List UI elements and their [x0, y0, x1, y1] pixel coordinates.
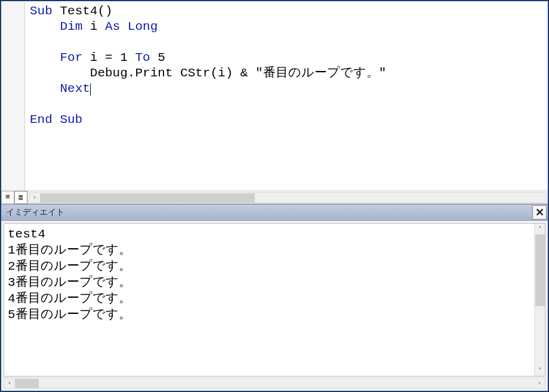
scroll-right-icon[interactable]: › — [534, 378, 545, 388]
code-content[interactable]: Sub Test4() Dim i As Long For i = 1 To 5… — [25, 1, 548, 190]
immediate-hscroll-thumb[interactable] — [15, 379, 39, 388]
scroll-down-icon[interactable]: ˅ — [535, 365, 545, 376]
code-editor-pane: Sub Test4() Dim i As Long For i = 1 To 5… — [1, 1, 548, 204]
immediate-horizontal-scrollbar[interactable]: ‹ › — [4, 378, 545, 388]
scroll-up-icon[interactable]: ˄ — [535, 224, 545, 234]
code-bottom-bar: ≡ ≣ ‹ — [1, 190, 548, 203]
scroll-left-icon[interactable]: ‹ — [4, 378, 15, 388]
scroll-left-icon[interactable]: ‹ — [29, 192, 40, 203]
code-hscroll-thumb[interactable] — [40, 193, 255, 203]
immediate-window-pane: test4 1番目のループです。 2番目のループです。 3番目のループです。 4… — [1, 221, 548, 391]
close-icon: ✕ — [535, 206, 544, 219]
vscroll-thumb[interactable] — [535, 234, 545, 306]
immediate-output[interactable]: test4 1番目のループです。 2番目のループです。 3番目のループです。 4… — [4, 224, 534, 376]
immediate-window-titlebar: イミディエイト ✕ — [1, 204, 548, 221]
close-button[interactable]: ✕ — [532, 205, 547, 220]
procedure-view-button[interactable]: ≡ — [1, 191, 14, 204]
code-area[interactable]: Sub Test4() Dim i As Long For i = 1 To 5… — [1, 1, 548, 190]
full-module-view-button[interactable]: ≣ — [14, 191, 27, 204]
immediate-window-title: イミディエイト — [6, 207, 64, 218]
vscroll-track[interactable] — [535, 234, 545, 365]
immediate-body: test4 1番目のループです。 2番目のループです。 3番目のループです。 4… — [4, 223, 545, 376]
code-horizontal-scrollbar[interactable]: ‹ — [29, 192, 547, 203]
immediate-vertical-scrollbar[interactable]: ˄ ˅ — [534, 224, 545, 376]
code-gutter — [1, 1, 25, 190]
